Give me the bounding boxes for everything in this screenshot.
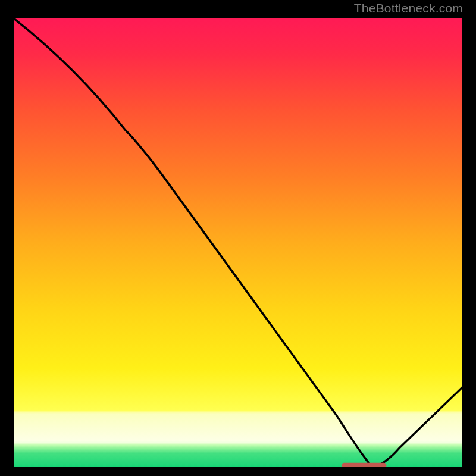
plot-frame bbox=[13, 18, 463, 468]
attribution-text: TheBottleneck.com bbox=[354, 1, 463, 15]
